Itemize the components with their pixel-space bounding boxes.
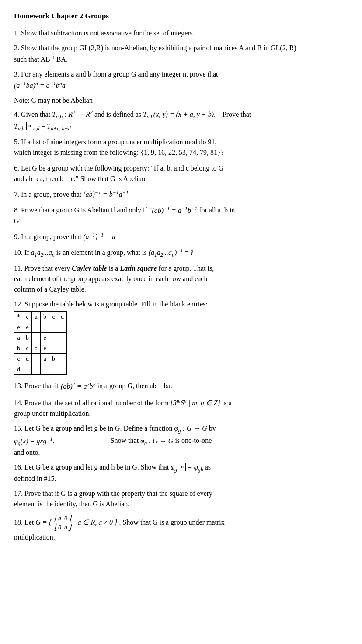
problem-1: 1. Show that subtraction is not associat… [14,28,348,38]
problem-4: 4. Given that Ta,b : R2 → R2 and is defi… [14,108,348,132]
problem-6: 6. Let G be a group with the following p… [14,163,348,184]
problem-5: 5. If a list of nine integers form a gro… [14,137,348,158]
problem-7: 7. In a group, prove that (ab)−1 = b−1a−… [14,188,348,200]
problem-3: 3. For any elements a and b from a group… [14,69,348,91]
problem-18: 18. Let G = { ⎡a 0⎤ ⎣0 a⎦ | a ∈ R, a ≠ 0… [14,514,348,543]
problem-3-note: Note: G may not be Abelian [14,95,348,106]
problem-10: 10. If a1a2...an is an element in a grou… [14,247,348,259]
problem-15: 15. Let G be a group and let g be in G. … [14,423,348,458]
problem-14: 14. Prove that the set of all rational n… [14,397,348,419]
problem-8: 8. Prove that a group G is Abelian if an… [14,204,348,226]
problem-13: 13. Prove that if (ab)2 = a2b2 in a grou… [14,380,348,391]
problem-9: 9. In a group, prove that (a−1)−1 = a [14,231,348,242]
cayley-table: * e a b c d e e a b e b c d e [14,311,67,375]
problem-11: 11. Prove that every Cayley table is a L… [14,263,348,295]
problem-12: 12. Suppose the table below is a group t… [14,299,348,375]
problem-16: 16. Let G be a group and let g and h be … [14,462,348,484]
problem-2: 2. Show that the group GL(2,R) is non-Ab… [14,43,348,65]
problem-17: 17. Prove that if G is a group with the … [14,488,348,509]
page-title: Homework Chapter 2 Groups [14,10,348,22]
